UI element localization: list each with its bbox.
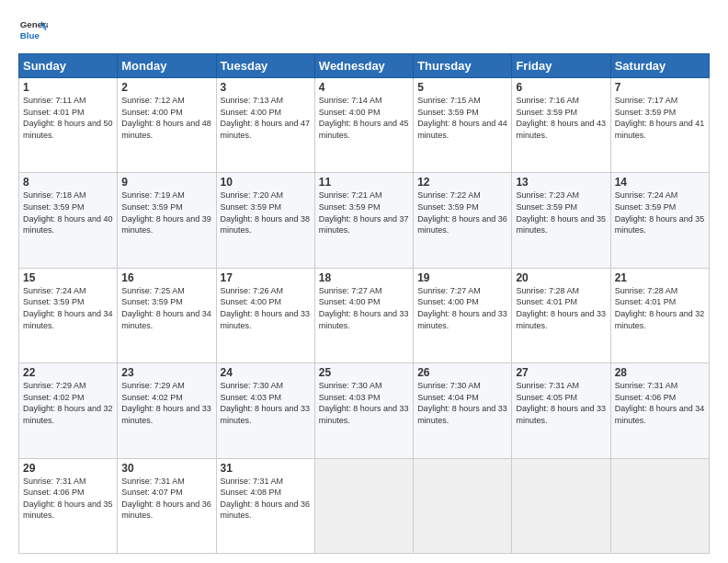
calendar-week-2: 8Sunrise: 7:18 AMSunset: 3:59 PMDaylight… [19,173,710,268]
header: General Blue [18,15,710,44]
day-number: 28 [615,366,705,379]
day-number: 11 [319,176,409,189]
calendar-cell: 18Sunrise: 7:27 AMSunset: 4:00 PMDayligh… [314,268,413,362]
day-number: 8 [23,176,113,189]
calendar-header-saturday: Saturday [610,54,709,78]
day-info: Sunrise: 7:15 AMSunset: 3:59 PMDaylight:… [417,95,507,141]
day-info: Sunrise: 7:11 AMSunset: 4:01 PMDaylight:… [23,95,113,141]
calendar-cell: 7Sunrise: 7:17 AMSunset: 3:59 PMDaylight… [610,78,709,173]
page: General Blue SundayMondayTuesdayWednesda… [0,0,728,563]
calendar-week-3: 15Sunrise: 7:24 AMSunset: 3:59 PMDayligh… [19,268,710,362]
day-number: 1 [23,81,113,94]
calendar-cell: 24Sunrise: 7:30 AMSunset: 4:03 PMDayligh… [216,363,314,458]
day-info: Sunrise: 7:12 AMSunset: 4:00 PMDaylight:… [121,95,211,141]
day-number: 31 [221,462,311,475]
day-info: Sunrise: 7:27 AMSunset: 4:00 PMDaylight:… [417,285,507,331]
calendar-cell: 5Sunrise: 7:15 AMSunset: 3:59 PMDaylight… [414,78,512,173]
day-number: 6 [516,81,606,94]
day-number: 23 [121,366,211,379]
day-number: 20 [516,271,606,284]
logo-icon: General Blue [18,15,48,44]
calendar-header-wednesday: Wednesday [314,54,413,78]
day-number: 3 [221,81,311,94]
calendar-header-thursday: Thursday [414,54,512,78]
day-info: Sunrise: 7:22 AMSunset: 3:59 PMDaylight:… [417,190,507,236]
calendar-cell: 26Sunrise: 7:30 AMSunset: 4:04 PMDayligh… [414,363,512,458]
day-info: Sunrise: 7:18 AMSunset: 3:59 PMDaylight:… [23,190,113,236]
day-number: 17 [221,271,311,284]
calendar-cell [512,458,610,553]
calendar-cell: 27Sunrise: 7:31 AMSunset: 4:05 PMDayligh… [512,363,610,458]
calendar-cell: 21Sunrise: 7:28 AMSunset: 4:01 PMDayligh… [610,268,709,362]
day-info: Sunrise: 7:31 AMSunset: 4:06 PMDaylight:… [23,476,113,522]
day-info: Sunrise: 7:13 AMSunset: 4:00 PMDaylight:… [221,95,311,141]
calendar-week-5: 29Sunrise: 7:31 AMSunset: 4:06 PMDayligh… [19,458,710,553]
calendar-cell: 9Sunrise: 7:19 AMSunset: 3:59 PMDaylight… [118,173,216,268]
day-info: Sunrise: 7:20 AMSunset: 3:59 PMDaylight:… [221,190,311,236]
day-info: Sunrise: 7:28 AMSunset: 4:01 PMDaylight:… [615,285,705,331]
day-info: Sunrise: 7:30 AMSunset: 4:04 PMDaylight:… [417,380,507,426]
day-info: Sunrise: 7:23 AMSunset: 3:59 PMDaylight:… [516,190,606,236]
day-number: 24 [221,366,311,379]
calendar-cell [414,458,512,553]
calendar-table: SundayMondayTuesdayWednesdayThursdayFrid… [18,53,710,554]
day-number: 4 [319,81,409,94]
day-number: 2 [121,81,211,94]
calendar-header-sunday: Sunday [19,54,118,78]
calendar-cell: 1Sunrise: 7:11 AMSunset: 4:01 PMDaylight… [19,78,118,173]
calendar-cell: 15Sunrise: 7:24 AMSunset: 3:59 PMDayligh… [19,268,118,362]
calendar-week-4: 22Sunrise: 7:29 AMSunset: 4:02 PMDayligh… [19,363,710,458]
calendar-header-monday: Monday [118,54,216,78]
day-number: 10 [221,176,311,189]
calendar-cell: 16Sunrise: 7:25 AMSunset: 3:59 PMDayligh… [118,268,216,362]
calendar-cell: 3Sunrise: 7:13 AMSunset: 4:00 PMDaylight… [216,78,314,173]
calendar-cell: 30Sunrise: 7:31 AMSunset: 4:07 PMDayligh… [118,458,216,553]
day-info: Sunrise: 7:31 AMSunset: 4:06 PMDaylight:… [615,380,705,426]
day-info: Sunrise: 7:30 AMSunset: 4:03 PMDaylight:… [221,380,311,426]
day-info: Sunrise: 7:26 AMSunset: 4:00 PMDaylight:… [221,285,311,331]
calendar-cell: 13Sunrise: 7:23 AMSunset: 3:59 PMDayligh… [512,173,610,268]
day-info: Sunrise: 7:29 AMSunset: 4:02 PMDaylight:… [121,380,211,426]
calendar-cell: 10Sunrise: 7:20 AMSunset: 3:59 PMDayligh… [216,173,314,268]
day-number: 15 [23,271,113,284]
day-number: 21 [615,271,705,284]
calendar-cell: 12Sunrise: 7:22 AMSunset: 3:59 PMDayligh… [414,173,512,268]
calendar-header-tuesday: Tuesday [216,54,314,78]
calendar-cell: 28Sunrise: 7:31 AMSunset: 4:06 PMDayligh… [610,363,709,458]
day-info: Sunrise: 7:16 AMSunset: 3:59 PMDaylight:… [516,95,606,141]
day-info: Sunrise: 7:19 AMSunset: 3:59 PMDaylight:… [121,190,211,236]
calendar-cell: 4Sunrise: 7:14 AMSunset: 4:00 PMDaylight… [314,78,413,173]
day-number: 16 [121,271,211,284]
day-number: 29 [23,462,113,475]
day-info: Sunrise: 7:17 AMSunset: 3:59 PMDaylight:… [615,95,705,141]
day-info: Sunrise: 7:24 AMSunset: 3:59 PMDaylight:… [615,190,705,236]
day-info: Sunrise: 7:31 AMSunset: 4:08 PMDaylight:… [221,476,311,522]
day-number: 19 [417,271,507,284]
day-info: Sunrise: 7:14 AMSunset: 4:00 PMDaylight:… [319,95,409,141]
day-info: Sunrise: 7:31 AMSunset: 4:05 PMDaylight:… [516,380,606,426]
calendar-cell: 22Sunrise: 7:29 AMSunset: 4:02 PMDayligh… [19,363,118,458]
calendar-cell: 17Sunrise: 7:26 AMSunset: 4:00 PMDayligh… [216,268,314,362]
calendar-cell: 20Sunrise: 7:28 AMSunset: 4:01 PMDayligh… [512,268,610,362]
day-info: Sunrise: 7:24 AMSunset: 3:59 PMDaylight:… [23,285,113,331]
day-number: 26 [417,366,507,379]
calendar-cell: 8Sunrise: 7:18 AMSunset: 3:59 PMDaylight… [19,173,118,268]
day-number: 7 [615,81,705,94]
day-info: Sunrise: 7:29 AMSunset: 4:02 PMDaylight:… [23,380,113,426]
day-info: Sunrise: 7:25 AMSunset: 3:59 PMDaylight:… [121,285,211,331]
day-info: Sunrise: 7:30 AMSunset: 4:03 PMDaylight:… [319,380,409,426]
calendar-cell: 29Sunrise: 7:31 AMSunset: 4:06 PMDayligh… [19,458,118,553]
calendar-week-1: 1Sunrise: 7:11 AMSunset: 4:01 PMDaylight… [19,78,710,173]
day-number: 30 [121,462,211,475]
day-number: 18 [319,271,409,284]
calendar-header-friday: Friday [512,54,610,78]
logo: General Blue [18,15,48,44]
calendar-cell: 25Sunrise: 7:30 AMSunset: 4:03 PMDayligh… [314,363,413,458]
day-number: 12 [417,176,507,189]
calendar-cell [314,458,413,553]
day-info: Sunrise: 7:31 AMSunset: 4:07 PMDaylight:… [121,476,211,522]
day-info: Sunrise: 7:21 AMSunset: 3:59 PMDaylight:… [319,190,409,236]
day-number: 13 [516,176,606,189]
day-number: 27 [516,366,606,379]
calendar-cell: 19Sunrise: 7:27 AMSunset: 4:00 PMDayligh… [414,268,512,362]
